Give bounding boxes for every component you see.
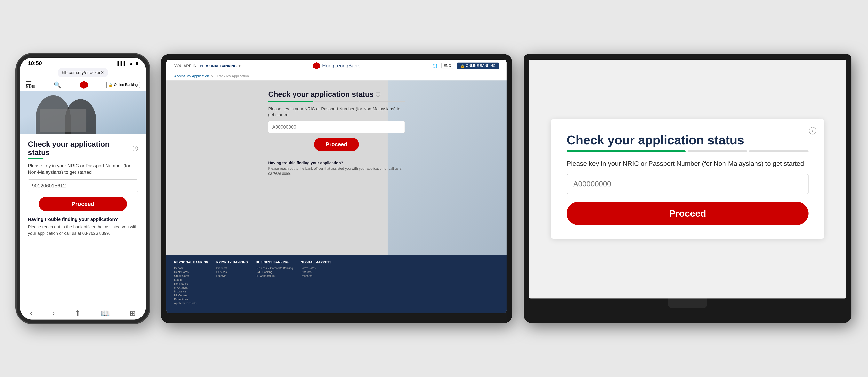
share-button[interactable]: ⬆: [74, 309, 81, 317]
footer-item-lifestyle[interactable]: Lifestyle: [216, 274, 248, 277]
phone-title-text: Check your application status: [28, 140, 131, 157]
hlb-logo-mark: [313, 62, 320, 69]
online-banking-button[interactable]: 🔒 Online Banking: [106, 82, 140, 88]
tablet-footer: PERSONAL BANKING Deposit Debit Cards Cre…: [166, 255, 506, 313]
phone-proceed-button[interactable]: Proceed: [39, 197, 127, 211]
bookmark-button[interactable]: 📖: [101, 309, 110, 317]
tablet-top-right: 🌐 ENG 🔒 ONLINE BANKING: [433, 63, 499, 69]
footer-item-promotions[interactable]: Promotions: [174, 298, 209, 301]
laptop-device: i Check your application status Please k…: [524, 54, 851, 323]
zoom-progress-bar: [567, 150, 808, 152]
tablet-hlb-logo: HongLeongBank: [313, 62, 360, 69]
footer-item-research[interactable]: Research: [301, 274, 332, 277]
tablet-background-image: [388, 80, 506, 255]
lock-icon: 🔒: [460, 64, 465, 68]
tablet-frame: YOU ARE IN: PERSONAL BANKING ▾ HongLeong…: [161, 54, 512, 323]
footer-col2-list: Products Services Lifestyle: [216, 267, 248, 277]
zoom-title-text: Check your application status: [567, 133, 744, 147]
footer-item-deposit[interactable]: Deposit: [174, 267, 209, 270]
menu-lines-icon: [26, 81, 35, 85]
you-are-in-label: YOU ARE IN:: [174, 64, 197, 68]
footer-item-gm-products[interactable]: Products: [301, 270, 332, 274]
zoom-card: i Check your application status Please k…: [551, 119, 824, 239]
wifi-icon: ▲: [129, 61, 133, 66]
tablet-proceed-button[interactable]: Proceed: [314, 138, 359, 151]
phone-time: 10:50: [28, 60, 42, 66]
tablet-main: Check your application status i Please k…: [166, 80, 506, 255]
footer-item-hlconnect[interactable]: HL Connect: [174, 294, 209, 297]
close-icon[interactable]: ✕: [100, 70, 104, 75]
zoom-info-button[interactable]: i: [809, 127, 816, 134]
footer-col-global: GLOBAL MARKETS Forex Rates Products Rese…: [301, 261, 332, 306]
phone-frame: 10:50 ▌▌▌ ▲ ▮ hlb.com.my/etracker ✕ MENU…: [17, 54, 149, 323]
search-button[interactable]: 🔍: [54, 81, 61, 89]
battery-icon: ▮: [135, 61, 138, 66]
online-banking-button[interactable]: 🔒 ONLINE BANKING: [457, 63, 499, 69]
footer-item-insurance[interactable]: Insurance: [174, 290, 209, 293]
breadcrumb-link-1[interactable]: Access My Application: [174, 74, 209, 78]
footer-item-investment[interactable]: Investment: [174, 286, 209, 289]
footer-item-corporate[interactable]: Business & Corporate Banking: [256, 267, 293, 270]
footer-item-apply[interactable]: Apply for Products: [174, 302, 209, 305]
info-icon[interactable]: i: [133, 146, 138, 151]
footer-col1-list: Deposit Debit Cards Credit Cards Loans R…: [174, 267, 209, 305]
footer-item-connectfirst[interactable]: HL ConnectFirst: [256, 274, 293, 277]
lock-icon: 🔒: [108, 83, 113, 87]
tabs-button[interactable]: ⊞: [129, 309, 136, 317]
footer-item-credit[interactable]: Credit Cards: [174, 274, 209, 277]
tablet-device: YOU ARE IN: PERSONAL BANKING ▾ HongLeong…: [161, 54, 512, 323]
footer-col1-title: PERSONAL BANKING: [174, 261, 209, 264]
phone-hero-image: [20, 91, 146, 134]
tablet-title-text: Check your application status: [268, 90, 374, 99]
footer-col3-list: Business & Corporate Banking SME Banking…: [256, 267, 293, 277]
tablet-top-bar: YOU ARE IN: PERSONAL BANKING ▾ HongLeong…: [166, 60, 506, 72]
footer-item-loans[interactable]: Loans: [174, 278, 209, 281]
phone-form-content: Check your application status i Please k…: [20, 134, 146, 306]
laptop-frame: i Check your application status Please k…: [524, 54, 851, 323]
info-icon[interactable]: i: [376, 92, 380, 97]
zoom-proceed-button[interactable]: Proceed: [567, 202, 808, 225]
zoom-description: Please key in your NRIC or Passport Numb…: [567, 159, 808, 168]
hlb-logo-text: HongLeongBank: [322, 63, 360, 69]
globe-icon: 🌐: [433, 64, 437, 68]
menu-button[interactable]: MENU: [26, 81, 35, 89]
footer-item-remittance[interactable]: Remittance: [174, 282, 209, 285]
phone-bottom-nav: ‹ › ⬆ 📖 ⊞: [20, 306, 146, 319]
info-icon: i: [809, 127, 816, 134]
language-button[interactable]: ENG: [441, 63, 453, 69]
phone-nav-bar: MENU 🔍 🔒 Online Banking: [20, 79, 146, 91]
phone-description: Please key in your NRIC or Passport Numb…: [28, 163, 138, 176]
tablet-screen: YOU ARE IN: PERSONAL BANKING ▾ HongLeong…: [166, 60, 506, 313]
tablet-form-card: Check your application status i Please k…: [268, 90, 405, 151]
zoom-progress-step-3: [749, 150, 808, 152]
tablet-trouble-heading: Having trouble finding your application?: [268, 161, 405, 165]
back-button[interactable]: ‹: [30, 309, 33, 317]
menu-label: MENU: [26, 85, 35, 89]
progress-step-3: [360, 101, 405, 102]
tablet-trouble-section: Having trouble finding your application?…: [268, 161, 405, 176]
zoom-progress-step-1: [567, 150, 686, 152]
tablet-description: Please key in your NRIC or Passport Numb…: [268, 106, 405, 118]
phone-url-bar[interactable]: hlb.com.my/etracker ✕: [58, 68, 108, 77]
phone-title-underline: [28, 159, 43, 159]
phone-trouble-text: Please reach out to the bank officer tha…: [28, 224, 138, 237]
footer-col2-title: PRIORITY BANKING: [216, 261, 248, 264]
footer-col3-title: BUSINESS BANKING: [256, 261, 293, 264]
footer-item-forex[interactable]: Forex Rates: [301, 267, 332, 270]
forward-button[interactable]: ›: [52, 309, 55, 317]
footer-item-services[interactable]: Services: [216, 270, 248, 274]
tablet-trouble-text: Please reach out to the bank officer tha…: [268, 166, 405, 176]
zoom-nric-input[interactable]: [567, 174, 808, 194]
footer-item-debit[interactable]: Debit Cards: [174, 270, 209, 274]
footer-item-products[interactable]: Products: [216, 267, 248, 270]
footer-col-business: BUSINESS BANKING Business & Corporate Ba…: [256, 261, 293, 306]
zoom-progress-step-2: [688, 150, 747, 152]
phone-trouble-heading: Having trouble finding your application?: [28, 217, 138, 222]
section-label: PERSONAL BANKING: [200, 64, 237, 68]
online-banking-label: Online Banking: [114, 83, 138, 87]
breadcrumb-current: Track My Application: [217, 74, 249, 78]
footer-columns: PERSONAL BANKING Deposit Debit Cards Cre…: [174, 261, 499, 306]
tablet-nric-input[interactable]: [268, 121, 405, 133]
footer-item-sme[interactable]: SME Banking: [256, 270, 293, 274]
phone-nric-input[interactable]: [28, 179, 138, 192]
